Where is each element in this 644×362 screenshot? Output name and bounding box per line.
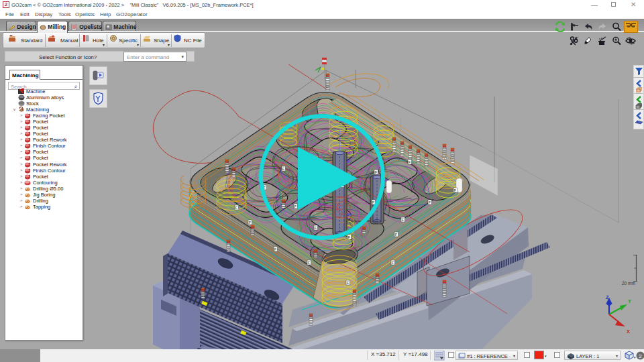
svg-text:2: 2 xyxy=(639,353,642,359)
svg-text:Z: Z xyxy=(606,294,609,300)
svg-text:Y: Y xyxy=(628,298,631,304)
svg-text:30: 30 xyxy=(346,159,352,164)
svg-text:X: X xyxy=(627,328,630,335)
svg-text:30: 30 xyxy=(346,213,352,217)
